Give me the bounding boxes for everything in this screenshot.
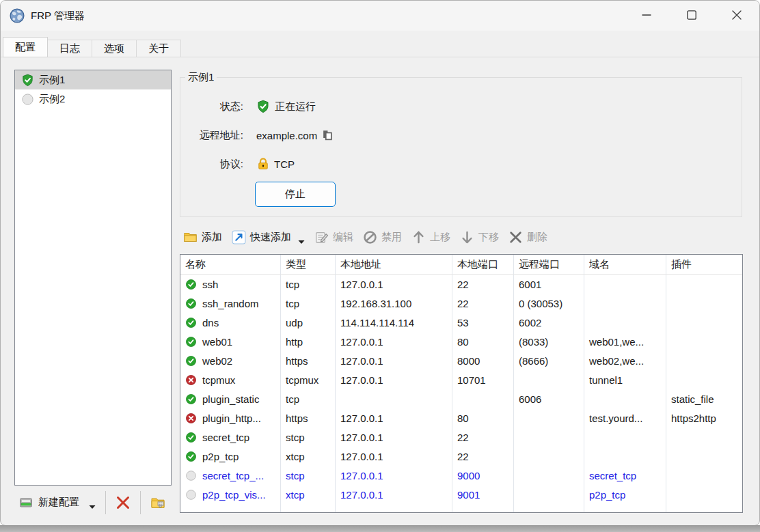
table-row[interactable]: p2p_tcp_vis...xtcp127.0.0.19001p2p_tcp <box>180 485 742 504</box>
cell-remote_port <box>514 485 584 504</box>
cell-name: plugin_http... <box>180 408 281 428</box>
chevron-down-icon[interactable] <box>298 235 305 240</box>
column-header-type[interactable]: 类型 <box>281 255 336 274</box>
cell-local_addr: 127.0.0.1 <box>336 447 452 466</box>
table-row[interactable]: web01http127.0.0.180(8033)web01,we... <box>180 332 742 351</box>
lock-icon <box>256 157 270 171</box>
table-row[interactable]: web02https127.0.0.18000(8666)web02,we... <box>180 351 742 370</box>
column-header-remote_port[interactable]: 远程端口 <box>514 255 584 274</box>
minimize-button[interactable] <box>624 1 669 31</box>
tab-config[interactable]: 配置 <box>3 37 48 57</box>
proxy-name: p2p_tcp_vis... <box>202 489 266 501</box>
disable-button[interactable]: 禁用 <box>358 227 407 247</box>
proxy-name: tcpmux <box>202 374 235 386</box>
tab-about[interactable]: 关于 <box>137 40 181 57</box>
cell-domain: test.yourd... <box>584 408 666 428</box>
cell-local_addr: 127.0.0.1 <box>336 428 452 447</box>
status-ok-icon <box>185 336 197 348</box>
maximize-button[interactable] <box>669 1 714 31</box>
table-row[interactable]: p2p_tcpxtcp127.0.0.122 <box>180 447 742 466</box>
empty-cell <box>180 504 281 512</box>
table-row[interactable]: plugin_statictcp6006static_file <box>180 389 742 408</box>
table-row[interactable]: secret_tcp_...stcp127.0.0.19000secret_tc… <box>180 466 742 485</box>
title-bar: FRP 管理器 <box>1 1 759 31</box>
tab-options[interactable]: 选项 <box>92 40 137 57</box>
cell-local_port <box>452 389 514 408</box>
status-ok-icon <box>185 393 197 405</box>
cell-name: secret_tcp_... <box>180 466 281 485</box>
cell-local_addr <box>336 389 452 408</box>
separator <box>105 491 106 514</box>
cell-remote_port <box>514 408 584 428</box>
sidebar-item-label: 示例2 <box>39 93 65 106</box>
cell-domain <box>584 313 666 332</box>
column-header-plugin[interactable]: 插件 <box>666 255 742 274</box>
move-down-button[interactable]: 下移 <box>455 227 504 247</box>
empty-cell <box>666 504 742 512</box>
stop-button[interactable]: 停止 <box>255 182 336 207</box>
status-off-icon <box>185 470 197 481</box>
ban-icon <box>363 230 377 244</box>
cell-local_addr: 127.0.0.1 <box>336 485 452 504</box>
cell-plugin <box>666 351 742 370</box>
cell-local_port: 22 <box>452 428 514 447</box>
cell-type: stcp <box>281 428 336 447</box>
cell-local_port: 8000 <box>452 351 514 370</box>
cell-remote_port: 6006 <box>514 389 584 408</box>
cell-name: p2p_tcp <box>180 447 281 466</box>
new-config-button[interactable]: 新建配置 <box>14 492 100 513</box>
column-header-local_port[interactable]: 本地端口 <box>452 255 514 274</box>
close-button[interactable] <box>714 1 759 31</box>
move-up-button[interactable]: 上移 <box>407 227 455 247</box>
column-header-domain[interactable]: 域名 <box>584 255 666 274</box>
status-error-icon <box>185 374 197 386</box>
cell-plugin <box>666 485 742 504</box>
archive-config-button[interactable] <box>146 492 169 513</box>
table-row[interactable]: dnsudp114.114.114.114536002 <box>180 313 742 332</box>
quick-add-button[interactable]: 快速添加 <box>227 227 310 247</box>
move-down-label: 下移 <box>478 231 499 244</box>
cell-type: tcp <box>281 389 336 408</box>
cell-domain: p2p_tcp <box>584 485 666 504</box>
table-row[interactable]: sshtcp127.0.0.1226001 <box>180 275 742 294</box>
status-label: 状态: <box>180 100 243 113</box>
cell-local_addr: 192.168.31.100 <box>336 294 452 313</box>
sidebar-item-example-2[interactable]: 示例2 <box>15 89 171 109</box>
tab-log[interactable]: 日志 <box>48 40 92 57</box>
add-button[interactable]: 添加 <box>178 227 227 247</box>
cell-remote_port <box>514 447 584 466</box>
minimize-icon <box>640 8 653 24</box>
column-header-name[interactable]: 名称 <box>180 255 281 274</box>
delete-config-button[interactable] <box>111 492 135 513</box>
cell-local_port: 10701 <box>452 370 514 389</box>
table-row[interactable]: ssh_randomtcp192.168.31.100220 (30053) <box>180 294 742 313</box>
cell-local_port: 22 <box>452 275 514 294</box>
table-row[interactable]: secret_tcpstcp127.0.0.122 <box>180 428 742 447</box>
chevron-down-icon[interactable] <box>89 500 96 505</box>
edit-button[interactable]: 编辑 <box>310 227 358 247</box>
cell-name: plugin_static <box>180 389 281 408</box>
cell-domain: web02,we... <box>584 351 666 370</box>
remote-address-value: example.com <box>256 130 317 141</box>
cell-local_addr: 127.0.0.1 <box>336 351 452 370</box>
cell-domain: web01,we... <box>584 332 666 351</box>
cell-domain <box>584 428 666 447</box>
table-header-row: 名称类型本地地址本地端口远程端口域名插件 <box>180 255 742 275</box>
table-row[interactable]: plugin_http...https127.0.0.180test.yourd… <box>180 408 742 428</box>
cell-local_port: 9000 <box>452 466 514 485</box>
cell-domain <box>584 294 666 313</box>
maximize-icon <box>685 8 698 24</box>
cell-type: https <box>281 408 336 428</box>
folder-icon <box>183 230 198 244</box>
sidebar-item-example-1[interactable]: 示例1 <box>15 70 171 89</box>
status-off-icon <box>185 489 197 501</box>
cell-name: tcpmux <box>180 370 281 389</box>
delete-button[interactable]: 删除 <box>504 227 552 247</box>
protocol-label: 协议: <box>180 158 243 171</box>
table-row[interactable]: tcpmuxtcpmux127.0.0.110701tunnel1 <box>180 370 742 389</box>
config-list-footer: 新建配置 <box>14 487 169 518</box>
cell-name: secret_tcp <box>180 428 281 447</box>
column-header-local_addr[interactable]: 本地地址 <box>336 255 452 274</box>
cell-name: p2p_tcp_vis... <box>180 485 281 504</box>
copy-icon[interactable] <box>321 129 334 141</box>
